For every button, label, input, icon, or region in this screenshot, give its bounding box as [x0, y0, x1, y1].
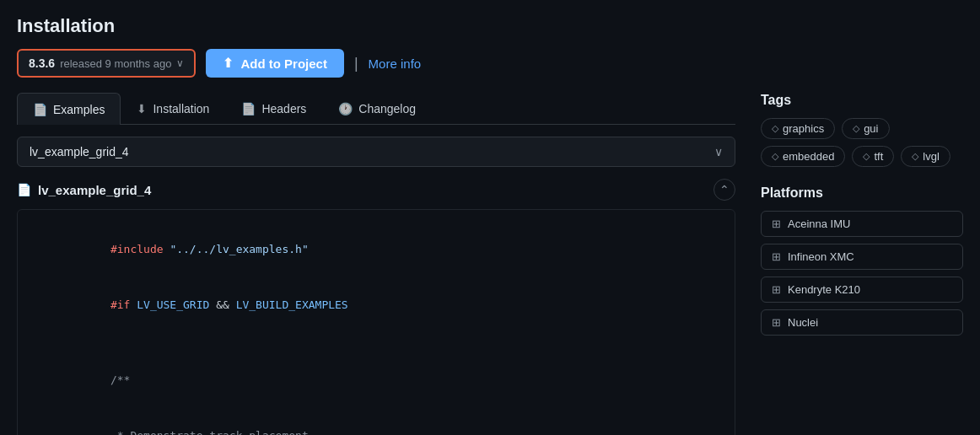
code-section-header: 📄 lv_example_grid_4 ⌃ [17, 179, 735, 201]
top-bar: 8.3.6 released 9 months ago ∨ ⬆ Add to P… [17, 49, 963, 78]
tag-icon-gui: ◇ [853, 123, 859, 134]
tab-changelog-label: Changelog [358, 102, 416, 115]
examples-icon: 📄 [33, 103, 47, 116]
upload-icon: ⬆ [223, 56, 234, 71]
left-panel: 📄 Examples ⬇ Installation 📄 Headers 🕐 Ch… [17, 93, 735, 435]
code-file-name: 📄 lv_example_grid_4 [17, 183, 151, 197]
tag-embedded[interactable]: ◇ embedded [761, 146, 845, 167]
platform-label-nuclei: Nuclei [788, 316, 818, 329]
example-dropdown[interactable]: lv_example_grid_4 ∨ [17, 137, 735, 167]
code-file-name-label: lv_example_grid_4 [38, 183, 151, 197]
platform-aceinna[interactable]: ⊞ Aceinna IMU [761, 211, 963, 237]
separator: | [354, 55, 358, 72]
tab-headers[interactable]: 📄 Headers [225, 93, 322, 124]
more-info-link[interactable]: More info [369, 56, 422, 71]
chevron-down-icon: ∨ [176, 57, 184, 69]
code-line-3: /** [31, 352, 721, 408]
tag-icon-lvgl: ◇ [912, 151, 918, 162]
example-dropdown-value: lv_example_grid_4 [30, 145, 129, 158]
version-age: released 9 months ago [60, 57, 171, 70]
platform-icon-kendryte: ⊞ [772, 283, 781, 296]
tab-installation[interactable]: ⬇ Installation [121, 93, 225, 124]
tab-examples-label: Examples [53, 103, 105, 116]
tag-gui[interactable]: ◇ gui [842, 118, 889, 139]
platform-icon-infineon: ⊞ [772, 250, 781, 263]
platform-icon-nuclei: ⊞ [772, 316, 781, 329]
tag-icon-graphics: ◇ [772, 123, 778, 134]
tag-label-embedded: embedded [783, 150, 834, 163]
tab-headers-label: Headers [261, 102, 306, 115]
platform-label-infineon: Infineon XMC [788, 250, 854, 263]
installation-icon: ⬇ [137, 102, 147, 115]
tag-lvgl[interactable]: ◇ lvgl [901, 146, 950, 167]
tags-container: ◇ graphics ◇ gui ◇ embedded ◇ tft ◇ lv [761, 118, 963, 167]
tab-changelog[interactable]: 🕐 Changelog [322, 93, 432, 124]
tag-label-graphics: graphics [783, 122, 824, 135]
tag-label-gui: gui [864, 122, 878, 135]
code-area: #include "../../lv_examples.h" #if LV_US… [17, 209, 735, 435]
platform-icon-aceinna: ⊞ [772, 218, 781, 230]
platform-nuclei[interactable]: ⊞ Nuclei [761, 309, 963, 336]
headers-icon: 📄 [241, 102, 256, 115]
tab-installation-label: Installation [153, 102, 209, 115]
changelog-icon: 🕐 [338, 102, 353, 115]
code-line-2: #if LV_USE_GRID && LV_BUILD_EXAMPLES [31, 277, 721, 333]
page-title: Installation [17, 15, 963, 37]
add-to-project-button[interactable]: ⬆ Add to Project [206, 49, 344, 78]
code-line-4: * Demonstrate track placement [31, 408, 721, 435]
platforms-list: ⊞ Aceinna IMU ⊞ Infineon XMC ⊞ Kendryte … [761, 211, 963, 336]
tag-icon-embedded: ◇ [772, 151, 778, 162]
version-selector[interactable]: 8.3.6 released 9 months ago ∨ [17, 49, 196, 78]
code-line-blank [31, 334, 721, 352]
dropdown-chevron-icon: ∨ [714, 145, 723, 158]
tag-label-lvgl: lvgl [923, 150, 940, 163]
version-number: 8.3.6 [29, 56, 55, 70]
tab-examples[interactable]: 📄 Examples [17, 93, 121, 125]
file-icon: 📄 [17, 183, 31, 196]
platforms-title: Platforms [761, 185, 963, 201]
page-wrapper: Installation 8.3.6 released 9 months ago… [0, 0, 980, 435]
main-content: 📄 Examples ⬇ Installation 📄 Headers 🕐 Ch… [17, 93, 963, 435]
tags-title: Tags [761, 93, 963, 108]
collapse-button[interactable]: ⌃ [713, 179, 735, 201]
right-panel: Tags ◇ graphics ◇ gui ◇ embedded ◇ tft [761, 93, 963, 435]
code-line-1: #include "../../lv_examples.h" [31, 222, 721, 277]
tabs-bar: 📄 Examples ⬇ Installation 📄 Headers 🕐 Ch… [17, 93, 735, 125]
code-block: #include "../../lv_examples.h" #if LV_US… [17, 209, 735, 435]
tag-icon-tft: ◇ [863, 151, 870, 162]
platform-label-aceinna: Aceinna IMU [788, 218, 850, 230]
platform-kendryte[interactable]: ⊞ Kendryte K210 [761, 277, 963, 303]
example-select-row: lv_example_grid_4 ∨ [17, 137, 735, 167]
platform-label-kendryte: Kendryte K210 [788, 283, 860, 296]
tag-graphics[interactable]: ◇ graphics [761, 118, 835, 139]
platform-infineon[interactable]: ⊞ Infineon XMC [761, 244, 963, 270]
tag-label-tft: tft [874, 150, 883, 163]
add-to-project-label: Add to Project [240, 56, 327, 71]
tag-tft[interactable]: ◇ tft [852, 146, 894, 167]
